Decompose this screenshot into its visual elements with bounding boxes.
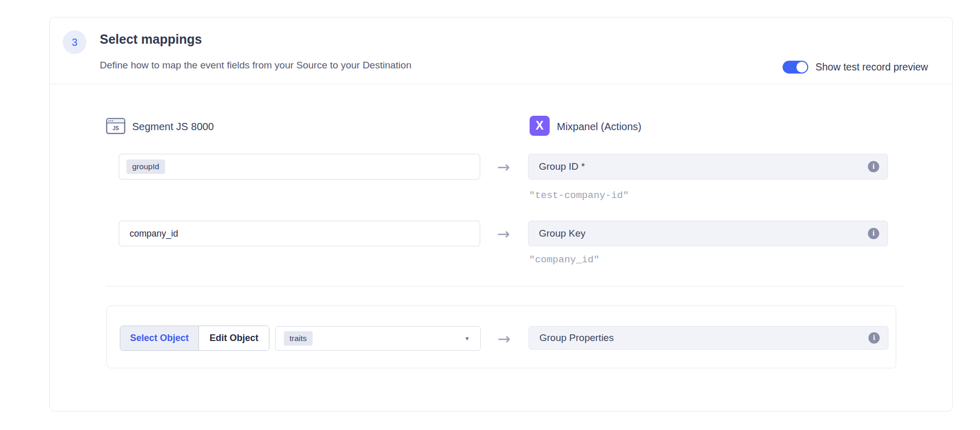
step-number-badge: 3 — [63, 30, 86, 54]
destination-field-group-key[interactable]: Group Key i — [528, 221, 888, 246]
card-header: 3 Select mappings Define how to map the … — [50, 17, 952, 84]
destination-field-label: Group ID * — [539, 161, 868, 172]
section-divider — [106, 286, 904, 286]
info-icon[interactable]: i — [868, 228, 879, 239]
page-subtitle: Define how to map the event fields from … — [100, 59, 411, 71]
source-name: Segment JS 8000 — [132, 119, 214, 134]
destination-field-group-properties[interactable]: Group Properties i — [529, 326, 888, 350]
test-record-preview-value: "test-company-id" — [529, 190, 629, 201]
dropdown-selected-token: traits — [284, 331, 313, 346]
toggle-label: Show test record preview — [815, 61, 928, 73]
source-field-input-company-id[interactable]: company_id — [119, 221, 480, 246]
arrow-right-icon: → — [492, 326, 516, 351]
caret-down-icon: ▼ — [464, 335, 470, 342]
source-field-token[interactable]: groupId — [126, 159, 165, 174]
show-test-record-preview-toggle[interactable] — [783, 61, 808, 74]
test-record-preview-value: "company_id" — [529, 254, 600, 265]
edit-object-button[interactable]: Edit Object — [198, 326, 269, 350]
arrow-right-icon: → — [491, 221, 516, 246]
source-field-text: company_id — [130, 228, 178, 239]
info-icon[interactable]: i — [868, 332, 880, 344]
toggle-knob — [796, 62, 807, 73]
destination-field-group-id[interactable]: Group ID * i — [528, 154, 888, 180]
select-object-button[interactable]: Select Object — [120, 326, 198, 350]
arrow-right-icon: → — [491, 154, 516, 180]
info-icon[interactable]: i — [868, 161, 879, 172]
object-mapping-box: Select Object Edit Object traits ▼ → Gro… — [106, 306, 896, 368]
mixpanel-icon: X — [530, 116, 550, 136]
page-title: Select mappings — [100, 31, 202, 47]
test-record-preview-toggle-wrap: Show test record preview — [783, 61, 928, 74]
object-source-dropdown[interactable]: traits ▼ — [275, 326, 481, 351]
source-field-input-groupid[interactable]: groupId — [119, 154, 480, 180]
object-button-group: Select Object Edit Object — [120, 326, 269, 351]
browser-js-icon: JS — [106, 116, 125, 136]
destination-name: Mixpanel (Actions) — [557, 119, 642, 134]
mixpanel-icon-glyph: X — [536, 119, 543, 133]
svg-text:JS: JS — [113, 126, 119, 131]
select-mappings-card: 3 Select mappings Define how to map the … — [49, 17, 953, 411]
destination-field-label: Group Properties — [539, 332, 868, 344]
destination-field-label: Group Key — [539, 228, 868, 239]
